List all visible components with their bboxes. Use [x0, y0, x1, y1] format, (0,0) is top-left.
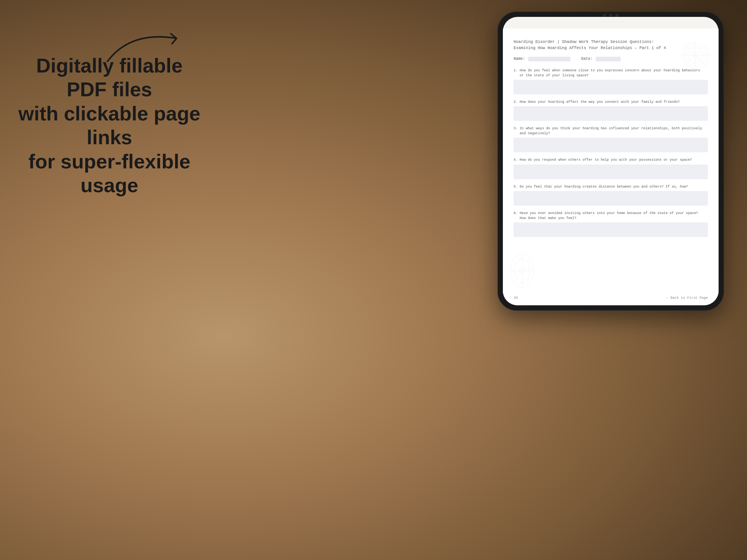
- pdf-title-line1: Hoarding Disorder | Shadow Work Therapy …: [514, 40, 654, 44]
- question-5: 5. Do you feel that your hoarding create…: [514, 184, 708, 189]
- q6-text-cont: How does that make you feel?: [514, 216, 577, 220]
- q1-number: 1. How do you feel when someone close to…: [514, 69, 700, 72]
- date-field[interactable]: [596, 57, 621, 61]
- q4-text: 4. How do you respond when others offer …: [514, 158, 692, 162]
- answer-box-1[interactable]: [514, 80, 708, 94]
- watermark-bottom: [509, 252, 535, 290]
- camera-dot-1: [603, 14, 606, 17]
- question-6: 6. Have you ever avoided inviting others…: [514, 211, 708, 221]
- q5-text: 5. Do you feel that your hoarding create…: [514, 185, 688, 189]
- date-label: Date:: [581, 57, 593, 61]
- left-panel: Digitally fillable PDF files with clicka…: [15, 54, 203, 197]
- name-field[interactable]: [528, 57, 570, 61]
- camera-dot-3: [615, 14, 618, 17]
- tagline-line3: for super-flexible usage: [28, 150, 190, 196]
- answer-box-5[interactable]: [514, 191, 708, 206]
- name-label: Name:: [514, 57, 525, 61]
- tagline-line1: Digitally fillable PDF files: [36, 54, 182, 100]
- question-2: 2. How does your hoarding affect the way…: [514, 100, 708, 105]
- tablet: Hoarding Disorder | Shadow Work Therapy …: [497, 12, 724, 311]
- answer-box-6[interactable]: [514, 222, 708, 237]
- q3-text-cont: and negatively?: [514, 132, 550, 135]
- pdf-title: Hoarding Disorder | Shadow Work Therapy …: [514, 39, 708, 51]
- q1-text-cont: or the state of your living space?: [514, 74, 588, 77]
- question-4: 4. How do you respond when others offer …: [514, 158, 708, 163]
- q2-text: 2. How does your hoarding affect the way…: [514, 100, 680, 104]
- pdf-document: Hoarding Disorder | Shadow Work Therapy …: [503, 28, 719, 305]
- pdf-name-date-row: Name: Date:: [514, 57, 708, 61]
- tagline: Digitally fillable PDF files with clicka…: [15, 54, 203, 197]
- tagline-line2: with clickable page links: [18, 102, 200, 148]
- answer-box-2[interactable]: [514, 106, 708, 121]
- pdf-footer: 20 ← Back to First Page: [514, 296, 708, 300]
- tablet-camera: [603, 14, 618, 17]
- back-to-first-page-link[interactable]: ← Back to First Page: [666, 296, 708, 300]
- q6-text: 6. Have you ever avoided inviting others…: [514, 211, 698, 215]
- question-3: 3. In what ways do you think your hoardi…: [514, 126, 708, 136]
- tablet-frame: Hoarding Disorder | Shadow Work Therapy …: [497, 12, 724, 311]
- question-1: 1. How do you feel when someone close to…: [514, 68, 708, 78]
- tablet-screen: Hoarding Disorder | Shadow Work Therapy …: [503, 17, 719, 305]
- pdf-title-line2: Examining How Hoarding Affects Your Rela…: [514, 46, 666, 50]
- q3-text: 3. In what ways do you think your hoardi…: [514, 127, 702, 130]
- camera-dot-2: [609, 14, 612, 17]
- answer-box-3[interactable]: [514, 138, 708, 152]
- page-number: 20: [514, 296, 518, 300]
- answer-box-4[interactable]: [514, 165, 708, 179]
